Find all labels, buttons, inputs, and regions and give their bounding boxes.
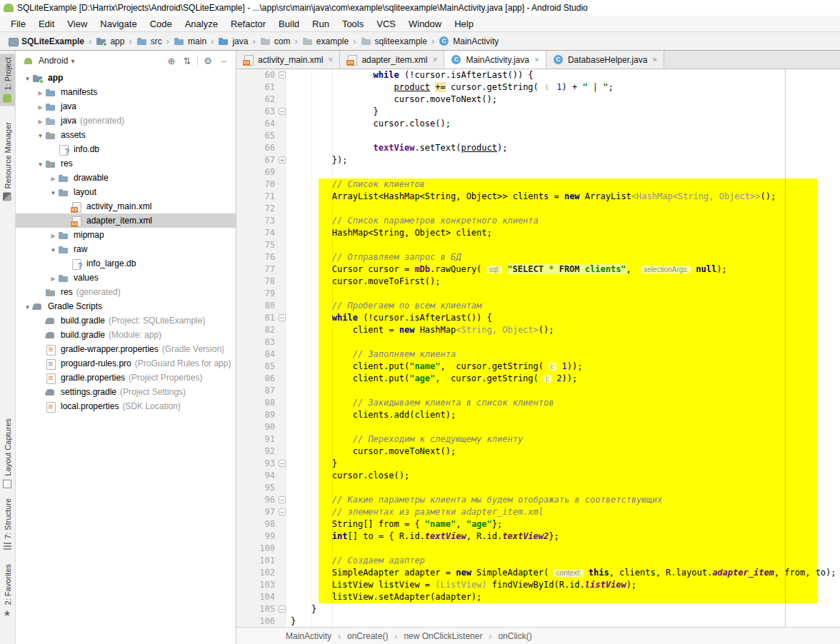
code-line[interactable]: // Закидываем клиента в список клиентов	[286, 397, 840, 409]
tree-item-activity-main-xml[interactable]: activity_main.xml	[16, 199, 236, 213]
project-view-selector[interactable]: Android	[39, 56, 68, 66]
code-line[interactable]: cursor.close();	[286, 118, 840, 130]
tool-window-button-layout-captures[interactable]: Layout Captures	[0, 415, 15, 492]
tree-item-settings-gradle-project-settings[interactable]: settings.gradle(Project Settings)	[16, 385, 236, 399]
code-line[interactable]: clients.add(client);	[286, 409, 840, 421]
code-line[interactable]: cursor.moveToNext();	[286, 446, 840, 458]
menu-item-analyze[interactable]: Analyze	[179, 17, 224, 31]
code-line[interactable]: // Список параметров конкретного клиента	[286, 215, 840, 227]
code-line[interactable]: int[] to = { R.id.textView, R.id.textVie…	[286, 530, 840, 543]
locate-icon[interactable]	[164, 56, 179, 66]
tree-item-java-generated[interactable]: java(generated)	[16, 114, 236, 128]
tree-item-gradle-scripts[interactable]: Gradle Scripts	[16, 299, 236, 313]
tab-databasehelper-java[interactable]: DatabaseHelper.java	[546, 51, 664, 69]
breadcrumb-item-com[interactable]: com	[259, 36, 292, 46]
tree-item-info-large-db[interactable]: info_large.db	[16, 256, 236, 271]
code-line[interactable]	[286, 336, 840, 348]
tree-item-gradle-wrapper-properties-gradle-version[interactable]: gradle-wrapper.properties(Gradle Version…	[16, 342, 236, 356]
fold-marker-icon[interactable]: −	[279, 460, 286, 467]
tree-item-java[interactable]: java	[16, 99, 236, 114]
tool-window-button-1-project[interactable]: 1: Project	[0, 54, 15, 106]
menu-item-help[interactable]: Help	[448, 17, 480, 31]
breadcrumb-item-main[interactable]: main	[172, 36, 208, 46]
breadcrumb-item-example[interactable]: example	[301, 36, 350, 46]
breadcrumb-item-mainactivity[interactable]: MainActivity	[437, 36, 500, 46]
tree-item-layout[interactable]: layout	[16, 185, 236, 199]
breadcrumb-oncreate[interactable]: onCreate()	[347, 631, 388, 641]
breadcrumb-new-onclicklistener[interactable]: new OnClickListener	[404, 631, 482, 641]
code-line[interactable]: client.put("age", cursor.getString( i: 2…	[286, 373, 840, 385]
code-line[interactable]	[286, 482, 840, 494]
chevron-right-icon[interactable]	[49, 230, 58, 240]
menu-item-file[interactable]: File	[4, 17, 32, 31]
tree-item-assets[interactable]: assets	[16, 128, 236, 142]
collapse-all-icon[interactable]	[179, 56, 195, 66]
tree-item-proguard-rules-pro-proguard-rules-for-app[interactable]: proguard-rules.pro(ProGuard Rules for ap…	[16, 356, 236, 371]
tab-mainactivity-java[interactable]: MainActivity.java	[444, 51, 546, 69]
tool-window-button-7-structure[interactable]: 7: Structure	[0, 495, 15, 553]
close-icon[interactable]	[328, 55, 333, 65]
code-line[interactable]: // Список клиентов	[286, 178, 840, 191]
code-line[interactable]: listView.setAdapter(adapter);	[286, 591, 840, 603]
tree-item-values[interactable]: values	[16, 271, 236, 285]
menu-item-view[interactable]: View	[61, 17, 94, 31]
fold-marker-icon[interactable]: −	[279, 605, 286, 613]
code-line[interactable]: // Пробегаем по всем клиентам	[286, 300, 840, 312]
code-line[interactable]: client.put("name", cursor.getString( i: …	[286, 361, 840, 373]
code-line[interactable]: // Заполняем клиента	[286, 348, 840, 361]
fold-marker-icon[interactable]: −	[279, 496, 286, 503]
tab-adapter-item-xml[interactable]: adapter_item.xml	[340, 51, 444, 69]
menu-item-refactor[interactable]: Refactor	[224, 17, 272, 31]
code-line[interactable]: // элементах из разметки adapter_item.xm…	[286, 506, 840, 518]
code-line[interactable]	[286, 385, 840, 397]
code-line[interactable]: }	[286, 615, 840, 627]
tree-item-adapter-item-xml[interactable]: adapter_item.xml	[16, 213, 236, 228]
code-line[interactable]: HashMap<String, Object> client;	[286, 227, 840, 239]
tree-item-res-generated[interactable]: res(generated)	[16, 285, 236, 299]
code-line[interactable]	[286, 421, 840, 433]
menu-item-build[interactable]: Build	[272, 17, 306, 31]
code-line[interactable]	[286, 166, 840, 178]
menu-item-code[interactable]: Code	[144, 17, 179, 31]
code-line[interactable]: }	[286, 458, 840, 470]
chevron-down-icon[interactable]	[23, 73, 32, 83]
code-line[interactable]: // Какие параметры клиента мы будем отоб…	[286, 494, 840, 506]
code-line[interactable]: String[] from = { "name", "age"};	[286, 518, 840, 530]
code-line[interactable]	[286, 203, 840, 215]
chevron-down-icon[interactable]	[23, 301, 32, 311]
settings-icon[interactable]	[200, 56, 216, 66]
menu-item-navigate[interactable]: Navigate	[94, 17, 143, 31]
close-icon[interactable]	[432, 55, 437, 65]
tree-item-build-gradle-project-sqliteexample[interactable]: build.gradle(Project: SQLiteExample)	[16, 313, 236, 328]
code-line[interactable]: cursor.moveToNext();	[286, 94, 840, 106]
tree-item-res[interactable]: res	[16, 156, 236, 171]
tool-window-button-resource-manager[interactable]: Resource Manager	[0, 119, 15, 205]
breadcrumb-item-src[interactable]: src	[135, 36, 164, 46]
code-line[interactable]: Cursor cursor = mDb.rawQuery( sql: "SELE…	[286, 263, 840, 276]
breadcrumb-item-sqliteexample[interactable]: sqliteexample	[359, 36, 429, 46]
code-line[interactable]: cursor.moveToFirst();	[286, 276, 840, 288]
code-editor[interactable]: while (!cursor.isAfterLast()) { product …	[286, 69, 840, 627]
tree-item-local-properties-sdk-location[interactable]: local.properties(SDK Location)	[16, 399, 236, 413]
tree-item-gradle-properties-project-properties[interactable]: gradle.properties(Project Properties)	[16, 371, 236, 385]
code-line[interactable]: while (!cursor.isAfterLast()) {	[286, 312, 840, 324]
code-line[interactable]: }	[286, 106, 840, 118]
breadcrumb-onclick[interactable]: onClick()	[498, 631, 531, 641]
tree-item-info-db[interactable]: info.db	[16, 142, 236, 156]
close-icon[interactable]	[534, 55, 539, 65]
tab-activity-main-xml[interactable]: activity_main.xml	[236, 51, 340, 69]
tree-item-mipmap[interactable]: mipmap	[16, 228, 236, 242]
breadcrumb-item-sqliteexample[interactable]: SQLiteExample	[6, 36, 86, 46]
breadcrumb-item-app[interactable]: app	[94, 36, 126, 46]
fold-marker-icon[interactable]: −	[279, 71, 286, 79]
code-line[interactable]: textView.setText(product);	[286, 142, 840, 154]
tree-item-drawable[interactable]: drawable	[16, 171, 236, 185]
code-line[interactable]	[286, 543, 840, 555]
tool-window-button-2-favorites[interactable]: 2: Favorites	[0, 560, 15, 622]
fold-marker-icon[interactable]: −	[279, 314, 286, 321]
code-line[interactable]: cursor.close();	[286, 470, 840, 482]
chevron-down-icon[interactable]	[49, 187, 58, 197]
code-line[interactable]: }	[286, 603, 840, 615]
tree-item-build-gradle-module-app[interactable]: build.gradle(Module: app)	[16, 328, 236, 342]
code-line[interactable]: while (!cursor.isAfterLast()) {	[286, 69, 840, 81]
